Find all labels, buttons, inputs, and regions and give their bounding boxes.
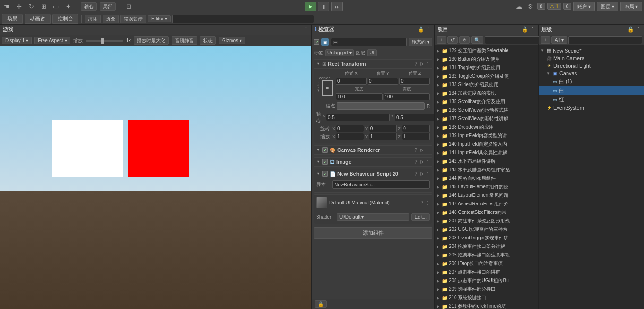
step-button[interactable]: ⏭ bbox=[331, 2, 343, 11]
pivot-y-input[interactable] bbox=[395, 114, 434, 121]
project-item[interactable]: ▶ 📁 211 参数中的clickTime的坑 bbox=[435, 302, 538, 309]
project-item[interactable]: ▶ 📁 130 Button的介绍及使用 bbox=[435, 55, 538, 63]
project-item[interactable]: ▶ 📁 210 系统按键接口 bbox=[435, 293, 538, 302]
gizmos-button[interactable]: Gizmos ▾ bbox=[219, 37, 245, 44]
hierarchy-lock-icon[interactable]: 🔒 bbox=[627, 26, 634, 33]
project-item[interactable]: ▶ 📁 206 IDrop接口的注意事项 bbox=[435, 259, 538, 268]
hierarchy-filter-button[interactable]: All ▾ bbox=[551, 36, 567, 44]
project-item[interactable]: ▶ 📁 141 InputField其余属性讲解 bbox=[435, 149, 538, 157]
width-input[interactable] bbox=[336, 93, 383, 100]
cloud-icon[interactable]: ⚙ bbox=[526, 2, 535, 11]
script-checkbox[interactable]: ✓ bbox=[322, 171, 328, 177]
shader-edit-button[interactable]: Edit... bbox=[411, 213, 430, 221]
project-item[interactable]: ▶ 📁 147 AspectRatioFitter组件介 bbox=[435, 200, 538, 208]
pivot-toggle[interactable]: 轴心 bbox=[81, 2, 97, 11]
pos-y-input[interactable] bbox=[368, 78, 398, 85]
canvas-renderer-help-icon[interactable]: ? bbox=[414, 148, 417, 153]
stats-button[interactable]: 状态 bbox=[200, 36, 216, 45]
layer-select[interactable]: UI bbox=[367, 49, 377, 56]
scale-x-input[interactable] bbox=[336, 133, 364, 140]
global-toggle[interactable]: 局部 bbox=[100, 2, 116, 11]
warning-badge[interactable]: ⚠ 1 bbox=[547, 3, 561, 10]
project-item[interactable]: ▶ 📁 148 ContentSizeFitters的常 bbox=[435, 208, 538, 217]
project-item[interactable]: ▶ 📁 202 UGUI实现事件的三种方 bbox=[435, 225, 538, 234]
active-checkbox[interactable]: ✓ bbox=[314, 39, 319, 45]
image-settings-icon[interactable]: ⚙ bbox=[419, 159, 423, 165]
canvas-renderer-checkbox[interactable]: ✓ bbox=[322, 147, 328, 153]
rect-transform-more-icon[interactable]: ⋮ bbox=[425, 62, 430, 67]
layout-button[interactable]: 布局 ▾ bbox=[620, 2, 642, 11]
hierarchy-ui-hong[interactable]: ▭ 红 bbox=[539, 95, 644, 104]
refresh-button[interactable]: ⟳ bbox=[459, 36, 470, 44]
hierarchy-ui-bai[interactable]: ▭ 白 bbox=[539, 86, 644, 95]
rot-y-input[interactable] bbox=[369, 125, 397, 132]
material-help-icon[interactable]: ? bbox=[421, 200, 423, 205]
move-tool-icon[interactable]: ✛ bbox=[14, 2, 24, 11]
pause-button[interactable]: ⏸ bbox=[318, 2, 329, 11]
project-item[interactable]: ▶ 📁 146 LayoutElement常见问题 bbox=[435, 191, 538, 200]
hierarchy-canvas[interactable]: ▼ ▣ Canvas bbox=[539, 70, 644, 77]
project-item[interactable]: ▶ 📁 138 Dropdown的应用 bbox=[435, 123, 538, 132]
project-item[interactable]: ▶ 📁 131 Toggle的介绍及使用 bbox=[435, 63, 538, 72]
error-badge[interactable]: 0 bbox=[537, 3, 546, 10]
anchor-button[interactable] bbox=[337, 102, 425, 110]
script-more-icon[interactable]: ⋮ bbox=[425, 171, 430, 177]
create-button[interactable]: + bbox=[437, 36, 446, 44]
account-button[interactable]: 账户 ▾ bbox=[573, 2, 595, 11]
project-lock-icon[interactable]: 🔒 bbox=[522, 26, 528, 33]
collab-icon[interactable]: ☁ bbox=[515, 2, 524, 11]
rect-transform-settings-icon[interactable]: ⚙ bbox=[419, 62, 423, 67]
static-badge[interactable]: 静态的 ▾ bbox=[409, 38, 432, 46]
scale-slider[interactable] bbox=[86, 40, 123, 42]
hierarchy-directional-light[interactable]: ☀ Directional Light bbox=[539, 62, 644, 70]
shader-select[interactable]: UI/Default ▾ bbox=[337, 213, 409, 221]
mute-button[interactable]: 音频静音 bbox=[172, 36, 197, 45]
hand-tool-icon[interactable]: ☚ bbox=[2, 2, 11, 11]
tab-scene[interactable]: 场景 bbox=[2, 14, 23, 24]
project-item[interactable]: ▶ 📁 208 点击事件的UGUI祖传Bu bbox=[435, 276, 538, 285]
hierarchy-scene-root[interactable]: ▼ ▦ New Scene* bbox=[539, 46, 644, 54]
editor-dropdown[interactable]: Editor ▾ bbox=[148, 15, 171, 22]
scale-tool-icon[interactable]: ⊞ bbox=[39, 2, 48, 11]
extra-tool-icon[interactable]: ⊡ bbox=[124, 2, 133, 11]
project-item[interactable]: ▶ 📁 203 EventTrigger实现事件讲 bbox=[435, 234, 538, 242]
hierarchy-add-button[interactable]: + bbox=[541, 36, 550, 44]
tab-console[interactable]: 控制台 bbox=[52, 14, 78, 24]
image-header[interactable]: ▼ ✓ 🖼 Image ? ⚙ ⋮ bbox=[314, 158, 432, 167]
inspector-bottom-dropdown[interactable]: 🔒 bbox=[315, 300, 327, 308]
scale-y-input[interactable] bbox=[369, 133, 397, 140]
image-help-icon[interactable]: ? bbox=[414, 159, 417, 165]
inspector-menu-icon[interactable]: ⋮ bbox=[426, 26, 431, 33]
message-badge[interactable]: 0 bbox=[563, 3, 572, 10]
image-more-icon[interactable]: ⋮ bbox=[425, 159, 430, 165]
project-item[interactable]: ▶ 📁 135 Scrollbar的介绍及使用 bbox=[435, 97, 538, 106]
rot-x-input[interactable] bbox=[336, 125, 364, 132]
object-name-input[interactable] bbox=[331, 38, 407, 46]
project-item[interactable]: ▶ 📁 143 水平及垂直布局组件常见 bbox=[435, 166, 538, 174]
project-item[interactable]: ▶ 📁 129 交互组件基类Selectable bbox=[435, 46, 538, 55]
add-component-button[interactable]: 添加组件 bbox=[314, 227, 432, 239]
transform-tool-icon[interactable]: ✦ bbox=[63, 2, 73, 11]
project-item[interactable]: ▶ 📁 137 ScrollView的新特性讲解 bbox=[435, 115, 538, 123]
tag-select[interactable]: Untagged ▾ bbox=[325, 49, 354, 56]
rotate-tool-icon[interactable]: ↻ bbox=[26, 2, 36, 11]
hierarchy-main-camera[interactable]: 🎥 Main Camera bbox=[539, 54, 644, 62]
save-button[interactable]: ↺ bbox=[447, 36, 458, 44]
game-panel-menu-icon[interactable]: ⋮ bbox=[303, 26, 309, 33]
canvas-renderer-settings-icon[interactable]: ⚙ bbox=[419, 148, 423, 153]
project-item[interactable]: ▶ 📁 132 ToggleGroup的介绍及使 bbox=[435, 72, 538, 80]
pos-z-input[interactable] bbox=[399, 78, 430, 85]
filter-button[interactable]: 🔍 bbox=[471, 36, 483, 44]
collapse-button[interactable]: 折叠 bbox=[103, 15, 119, 23]
scale-z-input[interactable] bbox=[402, 133, 430, 140]
hierarchy-search-input[interactable] bbox=[568, 36, 642, 44]
hierarchy-menu-icon[interactable]: ⋮ bbox=[636, 26, 641, 33]
search-input[interactable] bbox=[172, 15, 314, 23]
maximize-button[interactable]: 播放时最大化 bbox=[134, 36, 169, 45]
project-item[interactable]: ▶ 📁 144 网格自动布局组件 bbox=[435, 174, 538, 183]
project-item[interactable]: ▶ 📁 133 Slider的介绍及使用 bbox=[435, 80, 538, 89]
script-help-icon[interactable]: ? bbox=[414, 171, 417, 177]
canvas-renderer-more-icon[interactable]: ⋮ bbox=[425, 148, 430, 153]
tab-animation[interactable]: 动画窗 bbox=[25, 14, 51, 24]
display-dropdown[interactable]: Display 1 ▾ bbox=[2, 37, 32, 44]
